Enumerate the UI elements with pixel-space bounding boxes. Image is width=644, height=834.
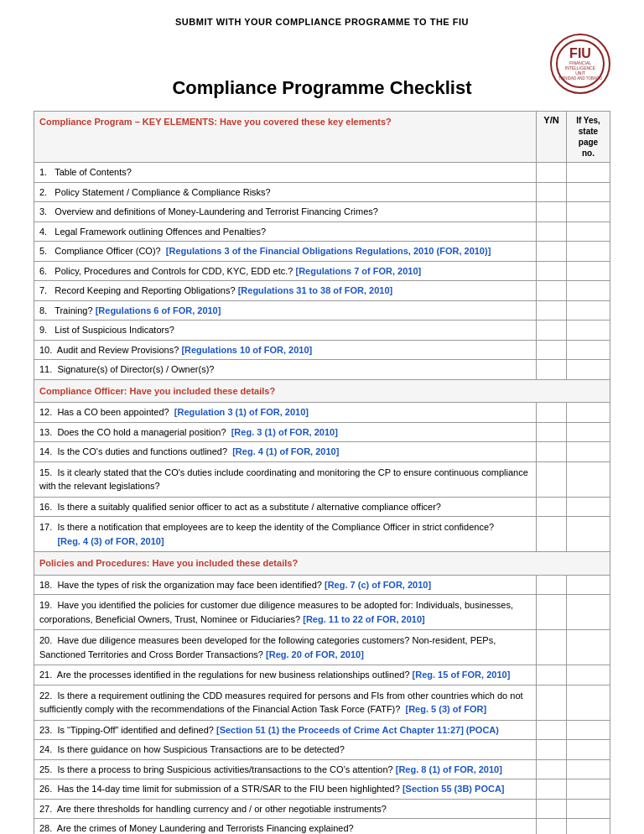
table-row: 2. Policy Statement / Compliance & Compl…	[34, 182, 610, 202]
table-row: 8. Training? [Regulations 6 of FOR, 2010…	[34, 300, 610, 321]
table-row: 17. Is there a notification that employe…	[34, 517, 610, 552]
table-row: 19. Have you identified the policies for…	[34, 595, 610, 630]
section-header-pp: Policies and Procedures: Have you includ…	[34, 552, 610, 576]
page-title: Compliance Programme Checklist	[34, 77, 610, 99]
table-row: 24. Is there guidance on how Suspicious …	[34, 740, 610, 760]
table-row: 7. Record Keeping and Reporting Obligati…	[34, 281, 610, 301]
ifyes-col-header: If Yes,statepageno.	[567, 112, 610, 163]
table-row: 18. Have the types of risk the organizat…	[34, 575, 610, 595]
section-header-co: Compliance Officer: Have you included th…	[34, 379, 610, 403]
table-row: 14. Is the CO's duties and functions out…	[34, 442, 610, 462]
main-col-header: Compliance Program – KEY ELEMENTS: Have …	[34, 112, 537, 163]
table-header-row: Compliance Program – KEY ELEMENTS: Have …	[34, 112, 610, 163]
table-row: 28. Are the crimes of Money Laundering a…	[34, 819, 610, 835]
table-row: 12. Has a CO been appointed? [Regulation…	[34, 403, 610, 423]
table-row: 4. Legal Framework outlining Offences an…	[34, 222, 610, 242]
table-row: 20. Have due diligence measures been dev…	[34, 630, 610, 665]
table-row: 9. List of Suspicious Indicators?	[34, 321, 610, 341]
table-row: 26. Has the 14-day time limit for submis…	[34, 779, 610, 800]
table-row: 3. Overview and definitions of Money-Lau…	[34, 202, 610, 222]
table-row: 23. Is “Tipping-Off” identified and defi…	[34, 720, 610, 740]
fiu-logo: FIU FINANCIALINTELLIGENCEUNIT TRINIDAD A…	[550, 34, 610, 94]
table-row: 13. Does the CO hold a managerial positi…	[34, 422, 610, 442]
table-row: 6. Policy, Procedures and Controls for C…	[34, 261, 610, 281]
table-row: 15. Is it clearly stated that the CO's d…	[34, 461, 610, 497]
table-row: 21. Are the processes identified in the …	[34, 665, 610, 685]
table-row: 27. Are there thresholds for handling cu…	[34, 799, 610, 819]
table-row: 25. Is there a process to bring Suspicio…	[34, 759, 610, 779]
yn-col-header: Y/N	[537, 112, 567, 163]
table-row: 1. Table of Contents?	[34, 163, 610, 183]
table-row: 5. Compliance Officer (CO)? [Regulations…	[34, 242, 610, 262]
header-top: SUBMIT WITH YOUR COMPLIANCE PROGRAMME TO…	[34, 17, 610, 27]
table-row: 22. Is there a requirement outlining the…	[34, 685, 610, 720]
table-row: 16. Is there a suitably qualified senior…	[34, 497, 610, 517]
table-row: 10. Audit and Review Provisions? [Regula…	[34, 340, 610, 360]
table-row: 11. Signature(s) of Director(s) / Owner(…	[34, 360, 610, 380]
checklist-table: Compliance Program – KEY ELEMENTS: Have …	[34, 111, 610, 834]
